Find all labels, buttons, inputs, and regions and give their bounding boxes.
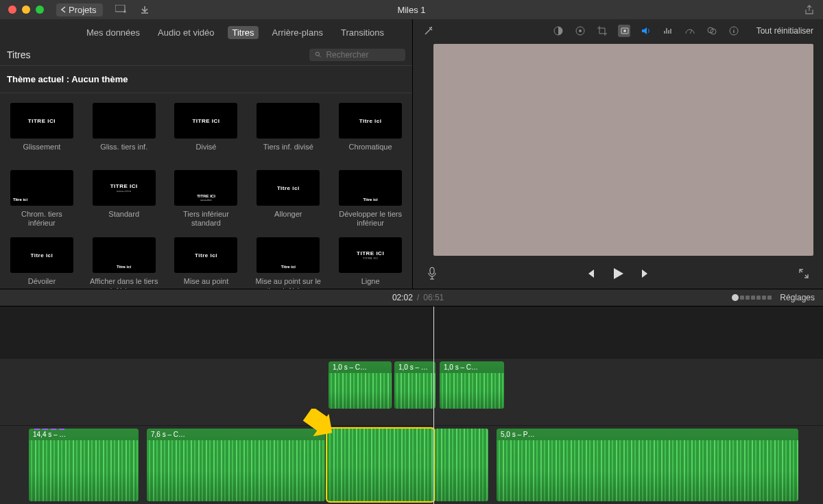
color-balance-icon[interactable] [552,25,564,37]
title-preset[interactable]: TITRE ICIsous-titreTiers inférieur stand… [171,170,241,228]
clip-label: 5,0 s – P… [497,429,798,440]
tab-transitions[interactable]: Transitions [337,26,388,39]
title-label: Dévoiler [28,277,56,289]
timecode-separator: / [417,293,419,302]
audio-clip[interactable] [327,429,434,501]
close-window[interactable] [8,5,16,14]
title-label: Afficher dans le tiers inférieur [89,277,159,289]
timeline[interactable]: 1,0 s – C…1,0 s – C…1,0 s – C… 14,4 s – … [0,307,823,504]
title-label: Chromatique [349,143,392,160]
tab-titres[interactable]: Titres [228,26,258,39]
svg-rect-0 [115,5,125,12]
clip-label: 1,0 s – C… [440,361,504,373]
title-thumbnail [93,103,156,139]
playhead[interactable] [433,307,434,504]
audio-clip[interactable]: 7,6 s – C… [147,429,325,501]
tab-arriere-plans[interactable]: Arrière-plans [268,26,327,39]
info-icon[interactable] [728,25,740,37]
crop-icon[interactable] [596,25,608,37]
title-preset[interactable]: Titre iciDévoiler [7,237,77,289]
media-import-icon[interactable] [115,5,128,14]
prev-button[interactable] [584,267,597,280]
title-thumbnail: TITRE ICI [10,103,73,139]
search-icon [315,51,322,59]
title-thumbnail: TITRE ICITITRE ICI [339,237,402,273]
title-preset[interactable]: Gliss. tiers inf. [89,103,159,160]
title-thumbnail: Titre ici [174,237,237,273]
title-preset[interactable]: Titre iciMise au point [171,237,241,289]
audio-clip[interactable]: 1,0 s – C… [440,361,504,409]
import-icon[interactable] [140,5,150,14]
arrow-annotation-icon [299,409,333,443]
zoom-slider[interactable] [732,294,772,301]
transport-controls [584,266,652,281]
timecode-total: 06:51 [423,293,444,302]
search-input[interactable] [326,50,400,60]
share-icon[interactable] [804,4,815,15]
clip-label: 1,0 s – C… [329,361,392,373]
title-preset[interactable]: Titre iciDévelopper le tiers inférieur [335,170,405,228]
window-controls [8,5,44,14]
audio-clip[interactable]: 1,0 s – C… [394,361,436,409]
viewer-canvas[interactable] [433,44,813,256]
timeline-header: 02:02 / 06:51 Réglages [0,289,823,307]
title-label: Chrom. tiers inférieur [7,210,77,228]
filter-icon[interactable] [706,25,718,37]
svg-rect-10 [430,267,434,274]
audio-clip[interactable] [435,429,488,501]
maximize-window[interactable] [36,5,44,14]
title-preset[interactable]: TITRE ICIDivisé [171,103,241,160]
title-label: Ligne [361,277,380,289]
titles-grid: TITRE ICIGlissementGliss. tiers inf.TITR… [0,93,412,289]
title-thumbnail: Titre ici [10,170,73,206]
play-button[interactable] [610,266,625,281]
projects-back-button[interactable]: Projets [56,3,103,16]
settings-button[interactable]: Réglages [780,293,815,302]
title-preset[interactable]: Titre iciMise au point sur le tiers infé… [253,237,323,289]
audio-clip[interactable]: 5,0 s – P… [497,429,798,501]
magic-wand-icon[interactable] [422,25,435,37]
title-thumbnail: Titre ici [257,170,320,206]
next-button[interactable] [639,267,652,280]
clip-label: 1,0 s – C… [394,361,436,373]
title-preset[interactable]: TITRE ICIGlissement [7,103,77,160]
title-preset[interactable]: Titre iciAllonger [253,170,323,228]
microphone-icon[interactable] [427,267,438,280]
title-preset[interactable]: TITRE ICITITRE ICILigne [335,237,405,289]
equalizer-icon[interactable] [662,25,674,37]
tab-audio-video[interactable]: Audio et vidéo [154,26,218,39]
theme-label: Thème actuel : Aucun thème [0,66,412,93]
search-field[interactable] [309,49,405,61]
playback-bar [413,263,823,289]
speedometer-icon[interactable] [684,25,696,37]
volume-icon[interactable] [640,25,652,37]
title-label: Allonger [274,210,302,228]
browser-panel: Mes données Audio et vidéo Titres Arrièr… [0,19,413,289]
svg-point-1 [315,52,319,56]
title-preset[interactable]: TITRE ICIsous-titreStandard [89,170,159,228]
clip-markers [34,429,64,430]
viewer-toolbar: Tout réinitialiser [413,19,823,43]
timeline-track-upper[interactable]: 1,0 s – C…1,0 s – C…1,0 s – C… [0,358,823,411]
color-wheel-icon[interactable] [574,25,586,37]
browser-tabs: Mes données Audio et vidéo Titres Arrièr… [0,19,412,45]
title-preset[interactable]: Tiers inf. divisé [253,103,323,160]
tab-mes-donnees[interactable]: Mes données [82,26,144,39]
title-preset[interactable]: Titre iciChrom. tiers inférieur [7,170,77,228]
fullscreen-icon[interactable] [798,268,809,279]
title-label: Tiers inférieur standard [171,210,241,228]
title-thumbnail: TITRE ICIsous-titre [93,170,156,206]
reset-button[interactable]: Tout réinitialiser [756,26,813,36]
title-label: Divisé [196,143,217,160]
filter-label: Titres [7,49,30,60]
minimize-window[interactable] [22,5,30,14]
stabilize-icon[interactable] [618,25,630,37]
svg-point-4 [579,29,582,32]
browser-viewer-area: Mes données Audio et vidéo Titres Arrièr… [0,19,823,289]
timeline-track-lower[interactable]: 14,4 s – …7,6 s – C…5,0 s – P… [0,425,823,504]
title-preset[interactable]: Titre iciChromatique [335,103,405,160]
audio-clip[interactable]: 1,0 s – C… [329,361,392,409]
audio-clip[interactable]: 14,4 s – … [29,429,139,501]
title-thumbnail [257,103,320,139]
title-preset[interactable]: Titre iciAfficher dans le tiers inférieu… [89,237,159,289]
